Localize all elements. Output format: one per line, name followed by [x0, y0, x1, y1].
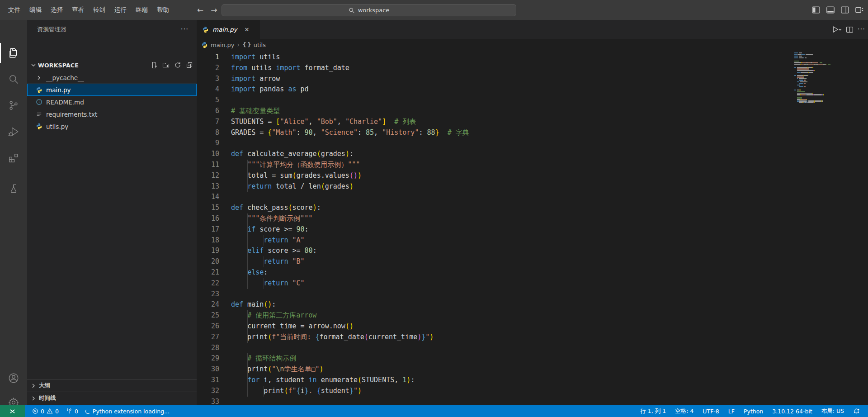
status-cursor-position[interactable]: 行 1, 列 1 — [637, 405, 669, 417]
indent-guide — [247, 353, 248, 364]
readme-file-icon — [34, 99, 43, 105]
file-name: main.py — [46, 86, 71, 94]
menu-帮助[interactable]: 帮助 — [152, 0, 174, 20]
activity-source-control[interactable] — [0, 94, 27, 117]
timeline-section-header[interactable]: 时间线 — [27, 392, 197, 404]
line-number: 3 — [197, 74, 219, 85]
menu-转到[interactable]: 转到 — [89, 0, 110, 20]
activity-run-and-debug[interactable] — [0, 120, 27, 143]
status-keyboard-layout[interactable]: 布局: US — [819, 405, 847, 417]
line-number: 23 — [197, 289, 219, 300]
toggle-panel-icon[interactable] — [826, 5, 835, 15]
breadcrumb-file[interactable]: main.py — [211, 42, 235, 48]
editor-actions: ··· — [832, 20, 865, 39]
status-eol[interactable]: LF — [726, 405, 737, 417]
indent-guide — [247, 386, 248, 397]
menu-bar: 文件编辑选择查看转到运行终端帮助 — [0, 0, 174, 20]
more-actions-icon[interactable]: ··· — [181, 25, 189, 33]
run-python-file-icon[interactable] — [832, 24, 842, 34]
line-number: 21 — [197, 267, 219, 278]
activity-search[interactable] — [0, 67, 27, 91]
symbol-namespace-icon: { } — [242, 42, 251, 48]
line-number: 26 — [197, 321, 219, 332]
code-line: 27 print(f"当前时间: {format_date(current_ti… — [197, 332, 868, 343]
explorer-sidebar: 资源管理器 ··· WORKSPACE — [27, 20, 197, 405]
menu-运行[interactable]: 运行 — [110, 0, 131, 20]
more-actions-icon[interactable]: ··· — [858, 25, 865, 33]
status-indentation[interactable]: 空格: 4 — [672, 405, 696, 417]
menu-编辑[interactable]: 编辑 — [25, 0, 46, 20]
code-line: 7STUDENTS = ["Alice", "Bob", "Charlie"] … — [197, 117, 868, 128]
minimap[interactable] — [794, 52, 837, 105]
back-arrow-icon[interactable]: ← — [197, 5, 203, 14]
file-README.md[interactable]: README.md — [27, 96, 197, 108]
command-center-search[interactable]: workspace — [222, 4, 516, 16]
sidebar-title-row: 资源管理器 ··· — [27, 20, 197, 39]
code-line: 8GRADES = {"Math": 90, "Science": 85, "H… — [197, 128, 868, 138]
status-language-mode[interactable]: Python — [741, 405, 766, 417]
history-navigation: ← → — [197, 0, 217, 20]
menu-选择[interactable]: 选择 — [46, 0, 67, 20]
file-tree: __pycache__main.pyREADME.mdrequirements.… — [27, 71, 197, 133]
status-python-version[interactable]: 3.10.12 64-bit — [769, 405, 815, 417]
code-area[interactable]: 1import utils2from utils import format_d… — [197, 52, 868, 407]
new-folder-icon[interactable] — [162, 62, 170, 69]
chevron-down-icon — [30, 62, 37, 69]
python-file-icon — [34, 123, 43, 130]
search-icon — [349, 7, 355, 14]
new-file-icon[interactable] — [151, 62, 158, 69]
collapse-all-icon[interactable] — [186, 62, 193, 69]
activity-testing[interactable] — [0, 177, 27, 200]
outline-section-header[interactable]: 大纲 — [27, 379, 197, 392]
activity-explorer[interactable] — [0, 41, 27, 65]
python-file-icon — [34, 86, 43, 93]
vscode-window: 文件编辑选择查看转到运行终端帮助 ← → workspace — [0, 0, 868, 417]
search-query: workspace — [358, 7, 390, 14]
file-name: README.md — [46, 99, 84, 106]
close-tab-icon[interactable]: ✕ — [245, 26, 250, 33]
code-line: 11 """计算平均分（函数使用示例）""" — [197, 160, 868, 171]
python-loading-status[interactable]: Python extension loading... — [83, 405, 172, 417]
code-line: 25 # 使用第三方库arrow — [197, 310, 868, 321]
toggle-secondary-sidebar-icon[interactable] — [840, 5, 850, 15]
chevron-right-icon — [34, 74, 43, 81]
remote-indicator[interactable] — [0, 405, 25, 417]
workspace-header[interactable]: WORKSPACE — [27, 59, 197, 71]
customize-layout-icon[interactable] — [854, 5, 864, 15]
code-line: 31 for i, student in enumerate(STUDENTS,… — [197, 375, 868, 386]
activity-extensions[interactable] — [0, 146, 27, 170]
line-number: 11 — [197, 160, 219, 171]
workspace-label: WORKSPACE — [38, 62, 79, 69]
line-number: 4 — [197, 84, 219, 95]
menu-终端[interactable]: 终端 — [131, 0, 152, 20]
file-name: requirements.txt — [46, 111, 97, 118]
warning-count: 0 — [55, 408, 59, 415]
status-encoding[interactable]: UTF-8 — [700, 405, 722, 417]
timeline-section-label: 时间线 — [39, 394, 56, 402]
breadcrumb-symbol[interactable]: utils — [254, 42, 266, 48]
line-number: 2 — [197, 63, 219, 74]
ports-status[interactable]: 0 — [63, 405, 81, 417]
outline-section-label: 大纲 — [39, 382, 50, 389]
line-number: 7 — [197, 117, 219, 128]
notifications-bell-icon[interactable] — [850, 405, 863, 417]
file-main.py[interactable]: main.py — [27, 84, 197, 96]
code-line: 24def main(): — [197, 299, 868, 310]
file-utils.py[interactable]: utils.py — [27, 120, 197, 133]
code-line: 20 return "B" — [197, 256, 868, 267]
split-editor-icon[interactable] — [846, 26, 854, 33]
forward-arrow-icon[interactable]: → — [211, 5, 217, 14]
file-__pycache__[interactable]: __pycache__ — [27, 71, 197, 84]
tab-bar: main.py ✕ ··· — [197, 20, 868, 39]
problems-status[interactable]: 0 0 — [29, 405, 61, 417]
indent-guide — [247, 246, 248, 256]
menu-文件[interactable]: 文件 — [4, 0, 25, 20]
menu-查看[interactable]: 查看 — [67, 0, 89, 20]
refresh-icon[interactable] — [174, 62, 181, 69]
activity-accounts[interactable] — [0, 366, 27, 390]
tab-main-py[interactable]: main.py ✕ — [197, 20, 260, 39]
toggle-primary-sidebar-icon[interactable] — [811, 5, 821, 15]
file-name: __pycache__ — [46, 74, 84, 81]
line-number: 20 — [197, 256, 219, 267]
file-requirements.txt[interactable]: requirements.txt — [27, 108, 197, 120]
